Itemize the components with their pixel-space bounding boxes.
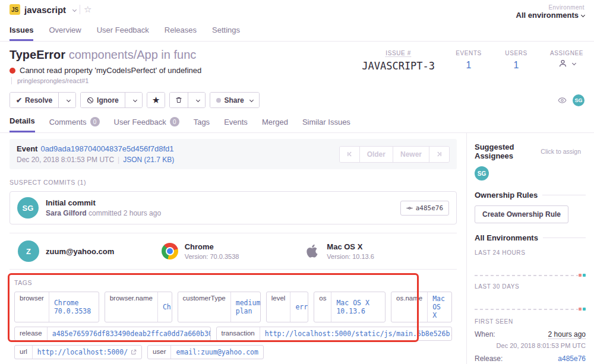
chevron-down-icon xyxy=(571,61,576,65)
assignee-dropdown[interactable] xyxy=(550,59,583,68)
project-switcher[interactable]: JS javascript xyxy=(10,4,76,15)
sparkline-marker xyxy=(583,308,586,311)
chevron-down-icon xyxy=(67,98,71,102)
mute-icon xyxy=(87,97,94,104)
share-button[interactable]: Share xyxy=(210,93,258,107)
os-version: Version: 10.13.6 xyxy=(327,253,374,260)
nav-tab-overview[interactable]: Overview xyxy=(49,26,81,41)
delete-button[interactable] xyxy=(170,93,188,107)
delete-dropdown-button[interactable] xyxy=(188,93,205,107)
sparkline-marker xyxy=(583,274,586,277)
nav-tab-user-feedback[interactable]: User Feedback xyxy=(97,26,149,41)
tab-tags[interactable]: Tags xyxy=(194,116,210,132)
context-os[interactable]: Mac OS X Version: 10.13.6 xyxy=(305,240,448,262)
events-count[interactable]: 1 xyxy=(455,60,482,71)
divider xyxy=(80,5,80,14)
suggested-assignees-heading: Suggested Assignees xyxy=(475,143,537,160)
project-nav: Issues Overview User Feedback Releases S… xyxy=(0,20,594,42)
newer-event-button[interactable]: Newer xyxy=(393,147,429,162)
suggested-assignee-avatar[interactable]: SG xyxy=(475,166,489,181)
chevron-down-icon xyxy=(249,98,254,102)
tab-merged[interactable]: Merged xyxy=(262,116,288,132)
tab-events[interactable]: Events xyxy=(224,116,248,132)
issue-title: TypeError components/App in func xyxy=(10,48,201,62)
resolve-button[interactable]: ✔Resolve xyxy=(10,93,58,107)
first-seen-when-label: When: xyxy=(475,330,495,338)
tab-details[interactable]: Details xyxy=(10,116,35,132)
first-seen-release-link[interactable]: a485e76 xyxy=(558,354,586,363)
users-count[interactable]: 1 xyxy=(503,60,530,71)
tags-section: TAGS browserChrome 70.0.3538 browser.nam… xyxy=(10,276,457,364)
create-ownership-rule-button[interactable]: Create Ownership Rule xyxy=(475,205,568,223)
ignore-button[interactable]: Ignore xyxy=(81,93,125,107)
event-json-link[interactable]: JSON (21.7 KB) xyxy=(123,156,174,164)
tag-os: osMac OS X 10.13.6 xyxy=(314,292,386,322)
tag-level: levelerror xyxy=(266,292,309,322)
check-icon: ✔ xyxy=(16,96,22,105)
event-banner: Event0ad9ada198704004837e5d456f7d8fd1 De… xyxy=(10,139,457,169)
issue-message: Cannot read property 'myCodeIsPerfect' o… xyxy=(20,66,201,75)
star-filled-icon: ★ xyxy=(153,96,160,105)
environment-selector[interactable]: All environments xyxy=(516,11,584,20)
event-label: Event xyxy=(17,144,37,153)
skip-last-icon xyxy=(437,151,442,157)
events-label: EVENTS xyxy=(455,50,482,56)
commit-author-avatar: SG xyxy=(17,197,39,219)
chevron-down-icon xyxy=(196,98,200,102)
tag-browser-name: browser.nameChrome xyxy=(105,292,172,322)
tab-similar-issues[interactable]: Similar Issues xyxy=(302,116,350,132)
first-seen-when: 2 hours ago xyxy=(548,330,586,339)
bookmark-project-star-icon[interactable]: ☆ xyxy=(84,4,91,15)
nav-tab-settings[interactable]: Settings xyxy=(212,26,240,41)
first-seen-date: Dec 20, 2018 8:01:53 PM UTC xyxy=(475,342,586,349)
users-label: USERS xyxy=(503,50,530,56)
first-event-button[interactable] xyxy=(340,147,359,162)
last-event-button[interactable] xyxy=(429,147,449,162)
participant-avatar[interactable]: SG xyxy=(573,94,584,106)
issue-number: JAVASCRIPT-3 xyxy=(362,60,435,72)
assignee-label: ASSIGNEE xyxy=(550,50,583,56)
browser-version: Version: 70.0.3538 xyxy=(185,253,239,260)
error-level-dot-icon xyxy=(10,68,15,74)
commit-meta: committed 2 hours ago xyxy=(89,209,161,217)
comments-count-badge: 0 xyxy=(90,117,100,126)
tab-comments[interactable]: Comments0 xyxy=(49,116,100,132)
commit-author: Sara Gilford xyxy=(46,209,87,217)
context-browser[interactable]: Chrome Version: 70.0.3538 xyxy=(162,240,305,262)
commit-sha-button[interactable]: a485e76 xyxy=(400,201,449,216)
tab-user-feedback[interactable]: User Feedback0 xyxy=(114,116,179,132)
environment-label: Environment xyxy=(516,4,584,11)
person-icon xyxy=(558,59,567,68)
event-id-link[interactable]: 0ad9ada198704004837e5d456f7d8fd1 xyxy=(40,144,173,153)
issue-culprit: components/App in func xyxy=(69,48,197,61)
issue-annotation[interactable]: pringlesprongles/react#1 xyxy=(11,77,201,84)
divider xyxy=(542,195,586,195)
eye-icon[interactable] xyxy=(557,96,567,105)
divider xyxy=(543,238,586,238)
nav-tab-issues[interactable]: Issues xyxy=(10,26,33,41)
tag-url: urlhttp://localhost:5000/ xyxy=(14,345,142,359)
bookmark-issue-button[interactable]: ★ xyxy=(147,93,165,107)
events-sparkline-24h xyxy=(475,256,586,278)
context-user[interactable]: Z zuum@yahoo.com xyxy=(18,240,162,262)
trash-icon xyxy=(175,96,182,104)
resolve-dropdown-button[interactable] xyxy=(58,93,75,107)
project-name: javascript xyxy=(24,5,66,15)
apple-icon xyxy=(305,243,320,259)
skip-first-icon xyxy=(347,151,352,157)
event-context-row: Z zuum@yahoo.com Chrome Version: 70.0.35… xyxy=(10,233,457,270)
tag-customer-type: customerTypemedium-plan xyxy=(178,292,261,322)
browser-name: Chrome xyxy=(185,242,239,251)
sidebar: Suggested AssigneesClick to assign SG Ow… xyxy=(467,133,594,364)
chevron-down-icon xyxy=(133,98,137,102)
sparkline-event-bar xyxy=(579,274,582,277)
chevron-down-icon xyxy=(72,7,77,11)
commit-title: Initial commit xyxy=(46,198,393,207)
all-environments-heading: All Environments xyxy=(475,233,538,242)
suspect-commits-heading: SUSPECT COMMITS (1) xyxy=(10,179,457,186)
ignore-dropdown-button[interactable] xyxy=(125,93,142,107)
older-event-button[interactable]: Older xyxy=(359,147,393,162)
user-avatar: Z xyxy=(18,240,39,262)
project-platform-icon: JS xyxy=(10,4,20,15)
nav-tab-releases[interactable]: Releases xyxy=(165,26,197,41)
